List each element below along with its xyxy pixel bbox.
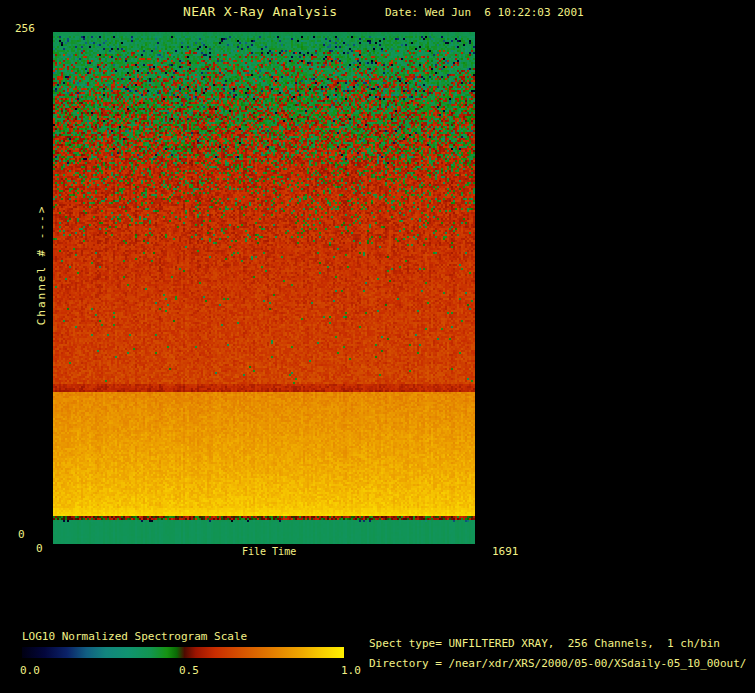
colorbar-tick-1: 1.0 — [341, 664, 361, 677]
page-title: NEAR X-Ray Analysis — [183, 5, 337, 18]
colorbar-label: LOG10 Normalized Spectrogram Scale — [22, 630, 247, 643]
y-axis-label: Channel # ---> — [35, 205, 48, 326]
spect-type-line: Spect type= UNFILTERED XRAY, 256 Channel… — [369, 637, 720, 650]
x-axis-tick-max: 1691 — [492, 545, 519, 558]
y-axis-tick-min: 0 — [18, 528, 25, 541]
near-xray-analysis-window: NEAR X-Ray Analysis Date: Wed Jun 6 10:2… — [0, 0, 755, 693]
x-axis-label: File Time — [242, 545, 296, 558]
date-label: Date: Wed Jun 6 10:22:03 2001 — [385, 6, 584, 19]
colorbar-tick-0: 0.0 — [20, 664, 40, 677]
y-axis-tick-max: 256 — [15, 22, 35, 35]
directory-line: Directory = /near/xdr/XRS/2000/05-00/XSd… — [369, 657, 747, 670]
colorbar-gradient — [22, 647, 344, 658]
spectrogram-canvas — [53, 32, 475, 544]
colorbar-tick-05: 0.5 — [179, 664, 199, 677]
x-axis-tick-min: 0 — [36, 542, 43, 555]
